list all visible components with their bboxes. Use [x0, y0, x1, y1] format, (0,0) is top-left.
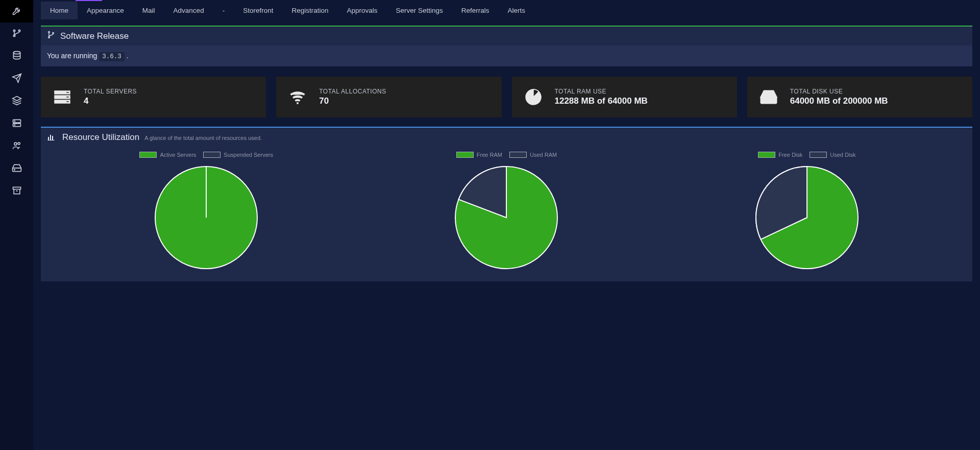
- users-icon: [12, 140, 22, 152]
- send-icon: [12, 73, 22, 85]
- svg-rect-21: [66, 101, 69, 103]
- layers-icon: [12, 96, 22, 107]
- panel-title: Software Release: [60, 31, 129, 41]
- legend-label: Used Disk: [830, 152, 855, 158]
- svg-rect-12: [13, 187, 20, 189]
- tab-home[interactable]: Home: [41, 2, 78, 19]
- legend-item[interactable]: Suspended Servers: [203, 152, 273, 158]
- chart-ram: Free RAMUsed RAM: [356, 152, 656, 271]
- svg-rect-26: [50, 135, 51, 140]
- chart-disk: Free DiskUsed Disk: [657, 152, 957, 271]
- chart-legend: Active ServersSuspended Servers: [139, 152, 273, 158]
- running-prefix: You are running: [47, 52, 97, 60]
- legend-label: Suspended Servers: [224, 152, 273, 158]
- stat-card-total-allocations: TOTAL ALLOCATIONS70: [276, 77, 501, 117]
- disk-icon: [756, 85, 781, 109]
- legend-label: Active Servers: [160, 152, 196, 158]
- svg-point-0: [13, 30, 15, 31]
- chart-legend: Free DiskUsed Disk: [758, 152, 855, 158]
- svg-point-6: [14, 121, 15, 121]
- svg-rect-28: [47, 140, 54, 140]
- legend-swatch: [758, 152, 775, 158]
- tab-bar: HomeAppearanceMailAdvanced-StorefrontReg…: [33, 0, 980, 20]
- stat-label: TOTAL DISK USE: [790, 88, 888, 95]
- legend-item[interactable]: Free Disk: [758, 152, 802, 158]
- sidebar-item-send[interactable]: [0, 67, 33, 90]
- legend-item[interactable]: Free RAM: [456, 152, 502, 158]
- sidebar-item-servers[interactable]: [0, 112, 33, 135]
- tab-referrals[interactable]: Referrals: [452, 2, 499, 19]
- sidebar-item-branches[interactable]: [0, 22, 33, 45]
- stats-row: TOTAL SERVERS4TOTAL ALLOCATIONS70TOTAL R…: [41, 77, 972, 117]
- svg-point-9: [18, 142, 20, 144]
- tab-mail[interactable]: Mail: [133, 2, 164, 19]
- legend-item[interactable]: Used RAM: [509, 152, 557, 158]
- sidebar-item-archive[interactable]: [0, 180, 33, 202]
- sidebar-item-storage[interactable]: [0, 157, 33, 180]
- pie-chart: [453, 164, 560, 271]
- stat-label: TOTAL SERVERS: [84, 88, 137, 95]
- svg-point-8: [14, 143, 17, 145]
- pie-chart: [753, 164, 861, 271]
- hard-drive-icon: [12, 163, 22, 175]
- sidebar: [0, 0, 33, 450]
- legend-swatch: [810, 152, 827, 158]
- svg-rect-20: [66, 97, 69, 98]
- tab-server-settings[interactable]: Server Settings: [387, 2, 452, 19]
- legend-swatch: [509, 152, 527, 158]
- sidebar-item-database[interactable]: [0, 45, 33, 67]
- stat-card-total-servers: TOTAL SERVERS4: [41, 77, 266, 117]
- svg-point-14: [48, 37, 50, 38]
- sidebar-item-layers[interactable]: [0, 90, 33, 112]
- stat-value: 70: [319, 96, 386, 106]
- version-badge: 3.6.3: [99, 52, 125, 61]
- tab-appearance[interactable]: Appearance: [78, 2, 133, 19]
- database-icon: [12, 51, 22, 62]
- svg-point-15: [53, 32, 54, 34]
- legend-label: Free RAM: [477, 152, 502, 158]
- archive-icon: [12, 185, 22, 197]
- tab-registration[interactable]: Registration: [282, 2, 337, 19]
- chart-servers: Active ServersSuspended Servers: [56, 152, 356, 271]
- panel-title: Resource Utilization: [62, 132, 139, 143]
- tab-advanced[interactable]: Advanced: [164, 2, 213, 19]
- sidebar-item-settings[interactable]: [0, 0, 33, 22]
- legend-swatch: [456, 152, 474, 158]
- sidebar-item-users[interactable]: [0, 135, 33, 157]
- panel-subtitle: A glance of the total amount of resource…: [144, 135, 262, 141]
- legend-item[interactable]: Active Servers: [139, 152, 196, 158]
- tab-approvals[interactable]: Approvals: [337, 2, 386, 19]
- legend-swatch: [203, 152, 220, 158]
- running-suffix: .: [127, 52, 129, 60]
- stat-label: TOTAL RAM USE: [555, 88, 648, 95]
- stat-value: 4: [84, 96, 137, 106]
- tab--[interactable]: -: [213, 2, 234, 19]
- tab-storefront[interactable]: Storefront: [234, 2, 282, 19]
- wrench-icon: [12, 6, 22, 17]
- svg-point-2: [18, 30, 20, 31]
- active-tab-accent: [76, 0, 102, 1]
- stat-value: 64000 MB of 200000 MB: [790, 96, 888, 106]
- server-rack-icon: [50, 85, 75, 109]
- chart-legend: Free RAMUsed RAM: [456, 152, 557, 158]
- stat-card-total-disk-use: TOTAL DISK USE64000 MB of 200000 MB: [747, 77, 972, 117]
- panel-header: Software Release: [41, 27, 972, 45]
- svg-point-7: [14, 125, 15, 125]
- legend-label: Free Disk: [778, 152, 802, 158]
- tab-alerts[interactable]: Alerts: [499, 2, 535, 19]
- bar-chart-icon: [47, 132, 57, 141]
- pie-chart: [153, 164, 260, 271]
- svg-point-3: [13, 51, 20, 54]
- stat-label: TOTAL ALLOCATIONS: [319, 88, 386, 95]
- stat-value: 12288 MB of 64000 MB: [555, 96, 648, 106]
- svg-rect-25: [48, 137, 49, 140]
- wifi-icon: [285, 85, 310, 109]
- pie-icon: [521, 85, 546, 109]
- svg-point-11: [14, 169, 14, 170]
- main: HomeAppearanceMailAdvanced-StorefrontReg…: [33, 0, 980, 450]
- svg-point-13: [48, 31, 50, 33]
- legend-item[interactable]: Used Disk: [810, 152, 855, 158]
- svg-rect-23: [761, 97, 776, 103]
- resource-utilization-panel: Resource Utilization A glance of the tot…: [41, 127, 972, 281]
- svg-rect-19: [66, 92, 69, 93]
